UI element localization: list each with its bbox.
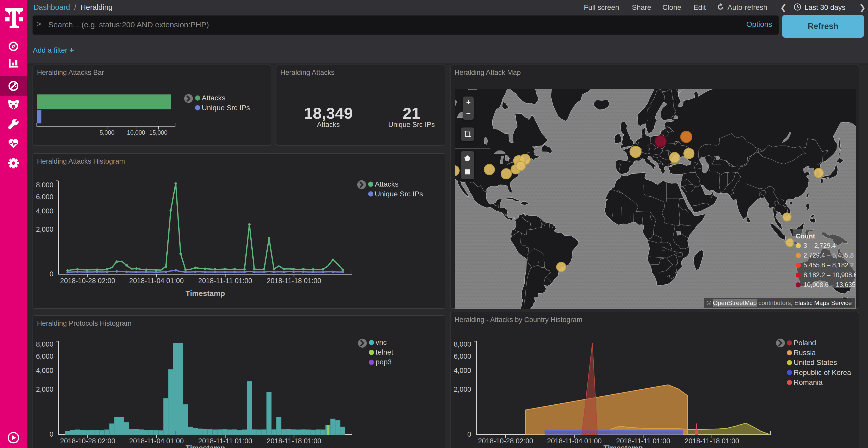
svg-text:5,000: 5,000 [99,129,115,136]
svg-text:telnet: telnet [375,348,393,356]
svg-text:2,000: 2,000 [454,385,471,393]
svg-text:8,000: 8,000 [36,340,53,348]
svg-text:0: 0 [49,430,53,438]
svg-text:6,000: 6,000 [454,352,471,360]
svg-text:2018-11-04 01:00: 2018-11-04 01:00 [129,277,183,284]
svg-text:Unique Src IPs: Unique Src IPs [202,103,250,111]
svg-text:15,000: 15,000 [149,129,167,136]
svg-text:4,000: 4,000 [36,207,53,215]
svg-text:8,000: 8,000 [36,181,53,188]
svg-text:2018-11-18 01:00: 2018-11-18 01:00 [267,437,321,445]
svg-text:Republic of Korea: Republic of Korea [794,369,851,377]
svg-text:2,000: 2,000 [36,225,53,233]
svg-text:2018-10-28 02:00: 2018-10-28 02:00 [60,277,115,284]
svg-text:4,000: 4,000 [36,367,53,374]
svg-text:vnc: vnc [375,338,387,346]
svg-text:Russia: Russia [794,349,816,357]
svg-text:2,000: 2,000 [36,385,53,393]
svg-text:6,000: 6,000 [36,352,53,360]
svg-text:Poland: Poland [794,339,816,347]
svg-text:2018-11-18 01:00: 2018-11-18 01:00 [685,437,739,445]
svg-text:Romania: Romania [794,378,823,386]
svg-text:0: 0 [49,270,53,278]
svg-text:pop3: pop3 [375,358,392,366]
svg-text:6,000: 6,000 [36,193,53,201]
svg-text:Timestamp: Timestamp [185,289,225,297]
svg-text:Unique Src IPs: Unique Src IPs [375,190,423,198]
svg-text:2018-11-11 01:00: 2018-11-11 01:00 [198,277,252,284]
svg-text:2018-11-04 01:00: 2018-11-04 01:00 [547,437,602,445]
svg-text:4,000: 4,000 [454,367,471,374]
svg-text:2018-10-28 02:00: 2018-10-28 02:00 [478,437,533,445]
svg-text:2018-11-18 01:00: 2018-11-18 01:00 [267,277,321,284]
svg-text:0: 0 [467,430,471,438]
svg-text:United States: United States [794,358,837,367]
svg-text:10,000: 10,000 [127,129,145,136]
svg-text:Timestamp: Timestamp [185,444,225,448]
svg-text:8,000: 8,000 [454,340,471,348]
svg-text:2018-11-04 01:00: 2018-11-04 01:00 [129,437,183,445]
svg-text:Attacks: Attacks [375,180,398,188]
svg-text:2018-10-28 02:00: 2018-10-28 02:00 [60,437,115,445]
svg-text:Attacks: Attacks [202,94,225,102]
svg-text:Timestamp: Timestamp [603,444,643,448]
